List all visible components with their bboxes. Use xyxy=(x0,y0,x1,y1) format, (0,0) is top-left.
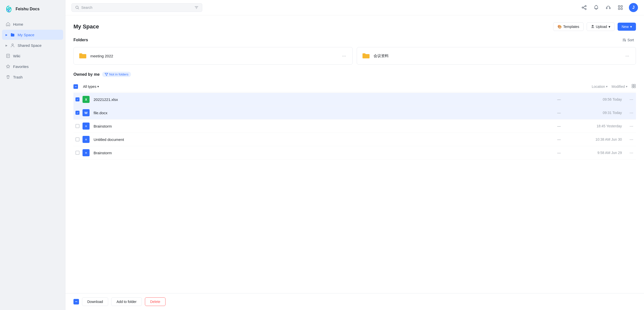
file-modified-1: 09:31 Today xyxy=(577,111,627,115)
shared-space-icon xyxy=(10,43,15,48)
file-row[interactable]: ≡ Brainstorm — 9:58 AM Jun 29 ··· xyxy=(73,146,636,160)
file-modified-4: 9:58 AM Jun 29 xyxy=(577,151,627,155)
sidebar-item-shared-space[interactable]: ▶ Shared Space xyxy=(2,40,63,50)
svg-rect-8 xyxy=(610,8,611,9)
sidebar-item-favorites[interactable]: Favorites xyxy=(2,61,63,71)
search-bar[interactable] xyxy=(71,3,202,12)
favorites-icon xyxy=(6,64,11,69)
table-toolbar: − All types ▾ Location ▾ Modified ▾ xyxy=(73,81,636,92)
file-type-icon-4: ≡ xyxy=(83,149,90,156)
modified-column-header[interactable]: Modified ▾ xyxy=(612,85,627,89)
file-checkbox-3[interactable] xyxy=(75,137,79,141)
folders-section-title: Folders xyxy=(73,38,88,42)
file-name-3: Untitled document xyxy=(94,137,541,142)
delete-button[interactable]: Delete xyxy=(145,297,166,306)
file-checkbox-1[interactable] xyxy=(75,111,79,115)
view-toggle-icon[interactable] xyxy=(631,84,636,90)
all-types-button[interactable]: All types ▾ xyxy=(81,84,101,90)
svg-rect-9 xyxy=(618,6,620,7)
new-button[interactable]: New ▾ xyxy=(618,23,636,31)
file-list: X 20221221.xlsx — 09:56 Today ··· W file… xyxy=(73,93,636,160)
file-checkbox-area-0[interactable] xyxy=(73,97,82,101)
content: My Space 🎨 Templates Upload ▾ New ▾ xyxy=(65,15,644,293)
filter-badge[interactable]: Not in folders xyxy=(102,72,131,77)
sidebar-item-my-space[interactable]: ▶ My Space xyxy=(2,30,63,40)
file-name-1: file.docx xyxy=(94,111,541,115)
topbar: J xyxy=(65,0,644,15)
folders-grid: meeting 2022 ··· 会议资料 ··· xyxy=(73,47,636,65)
file-more-btn-1[interactable]: ··· xyxy=(627,110,636,115)
header-actions: 🎨 Templates Upload ▾ New ▾ xyxy=(553,22,636,31)
grid-apps-icon[interactable] xyxy=(617,4,624,11)
folder-icon-1 xyxy=(362,52,370,60)
add-to-folder-button[interactable]: Add to folder xyxy=(111,297,142,306)
folder-more-btn-1[interactable]: ··· xyxy=(624,53,631,59)
sidebar-item-home-label: Home xyxy=(13,22,23,26)
file-checkbox-area-4[interactable] xyxy=(73,151,82,155)
sidebar-item-trash[interactable]: Trash xyxy=(2,72,63,82)
file-checkbox-4[interactable] xyxy=(75,151,79,155)
location-column-header[interactable]: Location ▾ xyxy=(592,85,608,89)
file-checkbox-2[interactable] xyxy=(75,124,79,128)
sidebar: Feishu Docs Home ▶ My Space ▶ xyxy=(0,0,65,310)
sidebar-item-trash-label: Trash xyxy=(13,75,23,79)
new-chevron-icon: ▾ xyxy=(630,25,632,29)
select-all-minus[interactable]: − xyxy=(73,84,78,89)
templates-label: Templates xyxy=(563,25,579,29)
new-label: New xyxy=(622,25,629,29)
file-checkbox-0[interactable] xyxy=(75,97,79,101)
folder-card-0[interactable]: meeting 2022 ··· xyxy=(73,47,353,65)
location-chevron-icon: ▾ xyxy=(606,85,608,88)
file-more-btn-2[interactable]: ··· xyxy=(627,124,636,129)
app-logo[interactable]: Feishu Docs xyxy=(0,5,65,19)
svg-point-3 xyxy=(585,6,586,7)
file-row[interactable]: ≡ Untitled document — 10:38 AM Jun 30 ··… xyxy=(73,133,636,146)
folder-more-btn-0[interactable]: ··· xyxy=(341,53,347,59)
share-icon[interactable] xyxy=(581,4,588,11)
expand-arrow-icon-shared: ▶ xyxy=(6,44,8,47)
sort-label: Sort xyxy=(627,38,634,42)
file-checkbox-area-2[interactable] xyxy=(73,124,82,128)
table-toolbar-left: − All types ▾ xyxy=(73,84,101,90)
wiki-icon xyxy=(6,53,11,58)
download-button[interactable]: Download xyxy=(82,297,108,306)
file-type-icon-1: W xyxy=(83,109,90,116)
svg-rect-12 xyxy=(621,8,622,10)
folder-card-1[interactable]: 会议资料 ··· xyxy=(357,47,636,65)
sidebar-item-my-space-label: My Space xyxy=(18,33,34,37)
file-type-icon-0: X xyxy=(83,96,90,103)
file-row[interactable]: X 20221221.xlsx — 09:56 Today ··· xyxy=(73,93,636,106)
upload-button[interactable]: Upload ▾ xyxy=(587,22,615,31)
user-avatar[interactable]: J xyxy=(629,3,638,12)
bottom-minus-icon[interactable]: − xyxy=(73,299,79,304)
sidebar-item-wiki[interactable]: Wiki xyxy=(2,51,63,61)
all-types-label: All types xyxy=(83,85,96,89)
file-more-btn-4[interactable]: ··· xyxy=(627,150,636,156)
file-icon-area-2: ≡ xyxy=(82,123,91,130)
sidebar-item-shared-space-label: Shared Space xyxy=(18,43,42,48)
sidebar-item-favorites-label: Favorites xyxy=(13,64,29,69)
svg-rect-7 xyxy=(606,8,607,9)
folder-name-0: meeting 2022 xyxy=(90,54,113,58)
all-types-chevron: ▾ xyxy=(97,85,99,88)
content-header: My Space 🎨 Templates Upload ▾ New ▾ xyxy=(73,22,636,31)
bell-icon[interactable] xyxy=(593,4,600,11)
file-checkbox-area-1[interactable] xyxy=(73,111,82,115)
sidebar-item-home[interactable]: Home xyxy=(2,19,63,29)
file-name-4: Brainstorm xyxy=(94,151,541,155)
file-more-btn-3[interactable]: ··· xyxy=(627,137,636,142)
topbar-right: J xyxy=(581,3,638,12)
sidebar-nav: Home ▶ My Space ▶ Shared Space xyxy=(0,19,65,82)
upload-chevron-icon: ▾ xyxy=(609,25,610,29)
page-title: My Space xyxy=(73,23,99,30)
file-row[interactable]: ≡ Brainstorm — 18:45 Yesterday ··· xyxy=(73,120,636,133)
file-checkbox-area-3[interactable] xyxy=(73,137,82,141)
svg-rect-16 xyxy=(634,86,635,88)
sort-button[interactable]: Sort xyxy=(620,37,636,43)
search-input[interactable] xyxy=(81,6,192,10)
file-row[interactable]: W file.docx — 09:31 Today ··· xyxy=(73,106,636,120)
templates-button[interactable]: 🎨 Templates xyxy=(553,22,584,31)
modified-chevron-icon: ▾ xyxy=(626,85,627,88)
file-more-btn-0[interactable]: ··· xyxy=(627,97,636,102)
headset-icon[interactable] xyxy=(605,4,612,11)
